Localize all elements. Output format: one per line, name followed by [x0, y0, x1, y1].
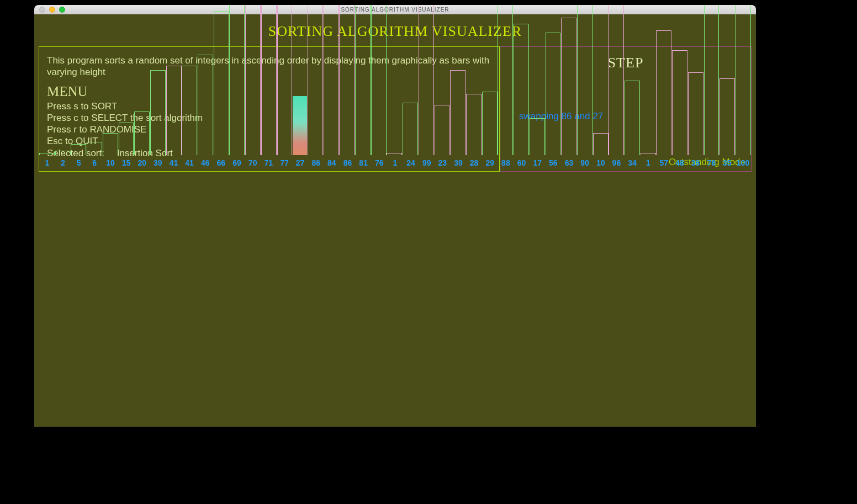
bar: [198, 55, 213, 155]
bar-label: 35: [720, 158, 736, 167]
bar-label: 88: [498, 158, 514, 167]
bar: [672, 50, 687, 155]
bar: [293, 96, 307, 155]
bar-label: 46: [197, 158, 213, 167]
bar: [450, 70, 465, 155]
bar-label: 48: [672, 158, 688, 167]
bar-label: 71: [261, 158, 277, 167]
bar-label: 63: [561, 158, 577, 167]
bar-label: 96: [609, 158, 625, 167]
bar: [39, 153, 55, 155]
bar: [530, 118, 545, 155]
bar-labels: 1256101520394141466669707177278684868176…: [39, 158, 751, 167]
bar: [736, 5, 751, 155]
bar: [514, 24, 529, 155]
bar: [419, 5, 434, 155]
bar: [609, 5, 624, 155]
bar: [704, 5, 720, 155]
bar-label: 41: [166, 158, 182, 167]
bar: [71, 144, 86, 155]
bar-label: 90: [577, 158, 593, 167]
bar: [150, 70, 166, 155]
bar-label: 15: [118, 158, 134, 167]
bar-label: 39: [150, 158, 166, 167]
bar: [720, 78, 735, 155]
bar-label: 76: [371, 158, 387, 167]
bar: [103, 133, 118, 155]
bar: [498, 5, 513, 155]
app-window: SORTING ALGORITHM VISUALIZER SORTING ALG…: [34, 5, 756, 427]
bar: [688, 72, 703, 155]
bar-label: 86: [308, 158, 324, 167]
bar: [214, 11, 229, 155]
bars-container: [39, 5, 751, 155]
bar: [641, 153, 656, 155]
bar: [277, 5, 293, 155]
bar: [387, 153, 402, 155]
bar-label: 56: [546, 158, 562, 167]
bar-label: 29: [482, 158, 498, 167]
bar: [577, 5, 593, 155]
bar-label: 38: [687, 158, 703, 167]
bar-label: 39: [451, 158, 467, 167]
bar: [166, 66, 182, 155]
bar: [182, 66, 197, 155]
bar: [656, 30, 671, 155]
bar-label: 17: [530, 158, 546, 167]
bar: [134, 112, 150, 155]
bar-label: 20: [134, 158, 150, 167]
bar-label: 84: [324, 158, 340, 167]
bar: [561, 18, 576, 155]
bar-label: 2: [55, 158, 71, 167]
bar-label: 77: [277, 158, 293, 167]
content: SORTING ALGORITHM VISUALIZER This progra…: [34, 14, 756, 172]
bar-label: 24: [403, 158, 419, 167]
bar-label: 34: [625, 158, 641, 167]
bar-label: 27: [292, 158, 308, 167]
bar-label: 6: [87, 158, 103, 167]
bar: [261, 5, 277, 155]
bar: [371, 5, 387, 155]
bar-label: 78: [703, 158, 720, 167]
bar: [466, 94, 482, 155]
bar-label: 10: [103, 158, 119, 167]
chart: 1256101520394141466669707177278684868176…: [39, 5, 751, 167]
bar-label: 69: [229, 158, 245, 167]
bar-label: 23: [435, 158, 451, 167]
bar-label: 86: [340, 158, 356, 167]
bar: [308, 5, 323, 155]
bar: [119, 123, 134, 155]
bar-label: 66: [213, 158, 229, 167]
bar-label: 5: [71, 158, 87, 167]
bar-label: 60: [514, 158, 530, 167]
bar: [403, 103, 418, 155]
bar: [87, 142, 102, 155]
bar: [593, 133, 609, 155]
bar-label: 10: [593, 158, 609, 167]
bar-label: 1: [387, 158, 403, 167]
bar: [625, 81, 640, 155]
bar: [482, 92, 498, 155]
bar-label: 70: [245, 158, 261, 167]
bar: [245, 5, 261, 155]
bar: [546, 33, 561, 155]
bar: [324, 5, 339, 155]
bar-label: 1: [640, 158, 656, 167]
bar-label: 57: [656, 158, 672, 167]
bar: [435, 105, 450, 155]
bar-label: 81: [356, 158, 372, 167]
bar-label: 28: [466, 158, 482, 167]
bar: [55, 151, 71, 155]
bar: [339, 5, 355, 155]
bar: [355, 5, 371, 155]
bar-label: 41: [182, 158, 198, 167]
bar-label: 1: [39, 158, 55, 167]
bar: [229, 5, 245, 155]
bar-label: 100: [735, 158, 751, 167]
bar-label: 99: [419, 158, 435, 167]
